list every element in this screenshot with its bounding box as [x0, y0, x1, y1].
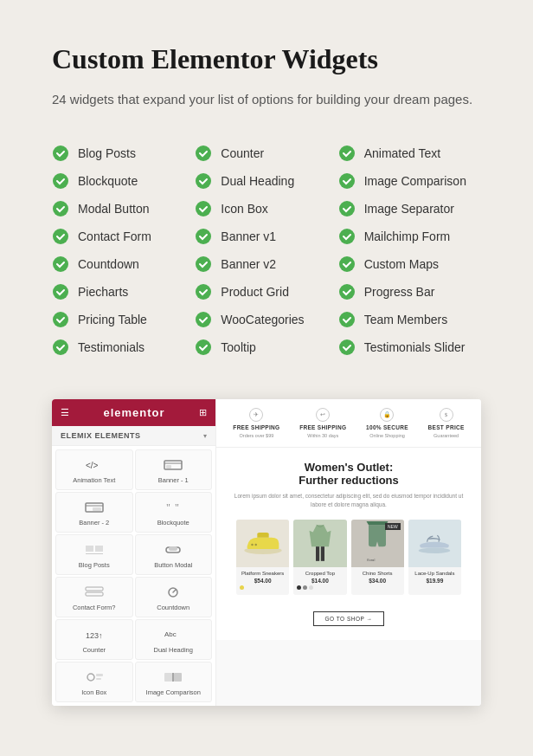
shoe-illustration	[236, 520, 289, 567]
sidebar-widget-dual-heading[interactable]: Abc Dual Heading	[135, 619, 213, 660]
new-badge: NEW	[385, 523, 401, 530]
product-image-top	[293, 520, 346, 567]
check-icon	[52, 172, 69, 190]
check-icon	[195, 145, 212, 162]
svg-point-18	[339, 201, 355, 216]
sidebar-widget-contact-form[interactable]: Contact Form?	[55, 577, 133, 617]
shipping-icon-3: 🔒	[380, 408, 394, 422]
shipping-icon-4: $	[440, 408, 453, 422]
svg-point-4	[53, 256, 68, 272]
svg-point-5	[53, 284, 68, 300]
svg-point-6	[53, 312, 68, 327]
product-info-sandals: Lace-Up Sandals $19.99	[408, 567, 461, 589]
shipping-item-free2: ↩ FREE SHIPPING Within 30 days	[299, 408, 346, 438]
list-item: Tooltip	[195, 339, 337, 356]
check-icon	[338, 311, 356, 328]
counter-icon: 123↑	[84, 627, 105, 643]
svg-text:123↑: 123↑	[86, 631, 103, 640]
product-image-sneakers	[236, 520, 289, 567]
shipping-icon-1: ✈	[249, 408, 263, 422]
sandal-illustration	[408, 520, 461, 567]
blockquote-icon: ""	[163, 500, 183, 515]
product-card-sneakers: Platform Sneakers $54.00	[236, 520, 289, 595]
sidebar-widget-banner1[interactable]: Banner - 1	[135, 449, 213, 490]
list-item: Blog Posts	[52, 145, 195, 162]
sidebar-widget-blog-posts[interactable]: Blog Posts	[55, 534, 133, 575]
check-icon	[195, 255, 212, 273]
product-card-sandals: Lace-Up Sandals $19.99	[408, 520, 461, 595]
svg-point-2	[53, 201, 68, 216]
svg-point-41	[87, 674, 94, 681]
button-modal-icon	[163, 542, 183, 558]
check-icon	[195, 339, 212, 356]
product-card-shorts: floral NEW Chino Shorts $34.00	[351, 520, 404, 595]
svg-point-17	[339, 173, 355, 189]
sidebar-widget-animation-text[interactable]: </> Animation Text	[55, 449, 133, 490]
sidebar-widget-countdown[interactable]: Countdown	[135, 577, 213, 617]
svg-point-48	[254, 544, 257, 546]
sidebar-search-bar: ELEMIX ELEMENTS ▾	[52, 426, 215, 446]
hero-title: Women's Outlet:Further reductions	[229, 461, 468, 487]
hero-section: Women's Outlet:Further reductions Lorem …	[216, 448, 481, 640]
shipping-item-secure: 🔒 100% SECURE Online Shopping	[366, 408, 408, 438]
svg-point-20	[339, 256, 355, 272]
check-icon	[338, 145, 356, 162]
check-icon	[52, 311, 69, 328]
svg-point-52	[419, 547, 451, 553]
content-area: ✈ FREE SHIPPING Orders over $99 ↩ FREE S…	[216, 399, 481, 706]
svg-rect-50	[321, 546, 324, 561]
check-icon	[338, 172, 356, 190]
svg-rect-31	[86, 546, 93, 552]
svg-rect-44	[164, 673, 172, 682]
go-to-shop-button[interactable]: GO TO SHOP →	[313, 611, 383, 626]
list-item: Pricing Table	[52, 311, 195, 328]
svg-text:Abc: Abc	[164, 630, 177, 638]
svg-rect-35	[169, 546, 177, 551]
svg-text:floral: floral	[367, 558, 375, 562]
svg-point-16	[339, 145, 355, 161]
svg-point-1	[53, 173, 68, 189]
check-icon	[52, 145, 69, 162]
svg-point-0	[53, 145, 68, 161]
svg-point-23	[339, 339, 355, 355]
sidebar-widget-button-modal[interactable]: Button Modal	[135, 534, 213, 575]
svg-point-9	[196, 173, 211, 189]
product-grid: Platform Sneakers $54.00	[229, 520, 468, 604]
list-item: Testimonials Slider	[338, 339, 481, 356]
list-item: WooCategories	[195, 311, 337, 328]
product-card-top: Cropped Top $14.00	[293, 520, 346, 595]
main-container: Custom Elementor Widgets 24 widgets that…	[0, 0, 533, 732]
list-item: Progress Bar	[338, 283, 481, 300]
check-icon	[52, 283, 69, 300]
list-item: Image Separator	[338, 200, 481, 217]
svg-point-15	[196, 339, 211, 355]
check-icon	[195, 228, 212, 245]
list-item: Countdown	[52, 255, 195, 273]
sidebar-header: ☰ elementor ⊞	[52, 399, 215, 426]
sidebar-widget-icon-box[interactable]: Icon Box	[55, 662, 133, 702]
widget-column-3: Animated Text Image Comparison Image Sep…	[338, 145, 481, 356]
list-item: Banner v2	[195, 255, 337, 273]
check-icon	[195, 172, 212, 190]
svg-text:": "	[166, 501, 170, 514]
sidebar-widget-counter[interactable]: 123↑ Counter	[55, 619, 133, 660]
svg-rect-28	[93, 507, 101, 511]
dual-heading-icon: Abc	[163, 627, 183, 643]
sidebar-widget-banner2[interactable]: Banner - 2	[55, 492, 133, 533]
countdown-icon	[163, 585, 183, 600]
hamburger-icon: ☰	[61, 407, 69, 418]
svg-text:</>: </>	[86, 461, 99, 470]
sidebar-widget-image-comparison[interactable]: Image Comparison	[135, 662, 213, 702]
check-icon	[52, 200, 69, 217]
sidebar-widget-blockquote[interactable]: "" Blockquote	[135, 492, 213, 533]
list-item: Dual Heading	[195, 172, 337, 190]
list-item: Piecharts	[52, 283, 195, 300]
list-item: Modal Button	[52, 200, 195, 217]
image-comparison-icon	[163, 669, 183, 685]
svg-point-19	[339, 229, 355, 244]
list-item: Counter	[195, 145, 337, 162]
product-colors-sneakers	[240, 585, 286, 590]
shipping-item-price: $ BEST PRICE Guaranteed	[428, 408, 465, 438]
page-description: 24 widgets that expand your list of opti…	[52, 89, 481, 110]
color-swatch	[240, 585, 244, 590]
